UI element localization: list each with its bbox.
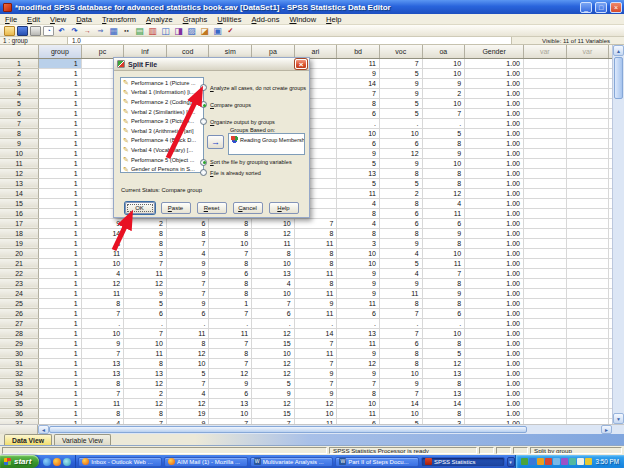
cell[interactable]: 8	[379, 298, 422, 308]
cell[interactable]	[609, 258, 612, 268]
cell[interactable]: 6	[337, 108, 380, 118]
cell[interactable]: 6	[422, 218, 465, 228]
cell[interactable]	[523, 288, 566, 298]
cell[interactable]: 1.00	[465, 328, 524, 338]
cell[interactable]: 5	[337, 158, 380, 168]
cell[interactable]	[523, 148, 566, 158]
cell[interactable]	[609, 268, 612, 278]
col-header-oa[interactable]: oa	[422, 45, 465, 58]
cell[interactable]	[566, 308, 609, 318]
cell[interactable]	[609, 308, 612, 318]
cell[interactable]: 11	[294, 288, 337, 298]
cell[interactable]: 9	[209, 378, 252, 388]
insert-variable-icon[interactable]	[147, 26, 158, 36]
cell[interactable]: 1.00	[465, 158, 524, 168]
cell[interactable]: 8	[294, 248, 337, 258]
cell[interactable]: 1.00	[465, 368, 524, 378]
cell[interactable]	[609, 58, 612, 68]
cell[interactable]: 9	[166, 258, 209, 268]
cell[interactable]: 1	[39, 148, 82, 158]
cell[interactable]: 1	[39, 318, 82, 328]
cell[interactable]	[523, 278, 566, 288]
cell[interactable]: 9	[166, 268, 209, 278]
firefox-icon[interactable]	[53, 458, 61, 466]
cell[interactable]	[609, 198, 612, 208]
cell[interactable]: 12	[124, 378, 167, 388]
col-header-Gender[interactable]: Gender	[465, 45, 524, 58]
cell[interactable]: 15	[252, 408, 295, 418]
cell[interactable]: 1.00	[465, 128, 524, 138]
cell[interactable]: 11	[294, 268, 337, 278]
cell[interactable]	[609, 88, 612, 98]
menu-data[interactable]: Data	[71, 15, 97, 24]
cell[interactable]: 1	[39, 288, 82, 298]
cell[interactable]: 1.00	[465, 178, 524, 188]
horizontal-scroll-thumb[interactable]	[49, 426, 527, 433]
groups-based-on-list[interactable]: Reading Group Membership [...	[228, 133, 305, 155]
cell[interactable]: 1	[39, 308, 82, 318]
col-header-bd[interactable]: bd	[337, 45, 380, 58]
cancel-button[interactable]: Cancel	[233, 202, 263, 214]
row-header[interactable]: 11	[0, 158, 39, 168]
grouping-variable-item[interactable]: Reading Group Membership [...	[229, 134, 304, 143]
help-button[interactable]: Help	[269, 202, 299, 214]
cell[interactable]: 12	[252, 368, 295, 378]
cell[interactable]	[523, 408, 566, 418]
cell[interactable]: 7	[166, 238, 209, 248]
cell[interactable]: 8	[124, 228, 167, 238]
cell[interactable]	[523, 228, 566, 238]
cell[interactable]: 8	[422, 408, 465, 418]
cell[interactable]: 6	[379, 218, 422, 228]
cell[interactable]: 8	[337, 98, 380, 108]
cell[interactable]: 4	[252, 278, 295, 288]
cell[interactable]: 8	[166, 338, 209, 348]
cell[interactable]: 10	[337, 128, 380, 138]
cell[interactable]	[566, 338, 609, 348]
cell[interactable]: 1	[39, 208, 82, 218]
cell[interactable]: 12	[166, 398, 209, 408]
cell[interactable]: 1	[39, 118, 82, 128]
tray-icon[interactable]	[561, 458, 568, 465]
cell[interactable]: 9	[379, 278, 422, 288]
save-icon[interactable]	[17, 26, 28, 36]
cell[interactable]: 9	[379, 78, 422, 88]
redo-icon[interactable]	[69, 26, 80, 36]
cell[interactable]	[609, 348, 612, 358]
cell[interactable]	[566, 208, 609, 218]
task-button[interactable]: AIM Mail (1) - Mozilla ...	[164, 457, 248, 467]
cell[interactable]: 1.00	[465, 238, 524, 248]
cell[interactable]	[609, 158, 612, 168]
list-item[interactable]: ✎Verbal 1 (Information) [i...	[121, 88, 203, 98]
cell[interactable]: 7	[124, 258, 167, 268]
cell[interactable]: 6	[337, 138, 380, 148]
cell[interactable]: 4	[379, 248, 422, 258]
cell[interactable]: 10	[422, 98, 465, 108]
cell[interactable]: 4	[81, 268, 124, 278]
cell[interactable]: 10	[209, 238, 252, 248]
taskbar-chevron-icon[interactable]: ▾	[507, 457, 515, 467]
vertical-scrollbar[interactable]: ▲ ▼	[612, 45, 624, 424]
row-header[interactable]: 17	[0, 218, 39, 228]
cell[interactable]: 11	[422, 258, 465, 268]
cell[interactable]: 9	[124, 288, 167, 298]
cell[interactable]: 9	[379, 88, 422, 98]
cell[interactable]	[566, 138, 609, 148]
cell[interactable]: 8	[294, 228, 337, 238]
cell[interactable]: 8	[379, 198, 422, 208]
cell[interactable]: 7	[379, 58, 422, 68]
cell[interactable]: 8	[337, 208, 380, 218]
cell[interactable]: 10	[252, 258, 295, 268]
tab-data-view[interactable]: Data View	[4, 434, 52, 445]
cell[interactable]: 7	[209, 358, 252, 368]
cell[interactable]: 8	[81, 408, 124, 418]
cell[interactable]	[523, 378, 566, 388]
cell[interactable]: 7	[124, 418, 167, 424]
cell[interactable]: 13	[81, 368, 124, 378]
cell[interactable]	[523, 398, 566, 408]
cell[interactable]: 1.00	[465, 388, 524, 398]
row-header[interactable]: 23	[0, 278, 39, 288]
cell[interactable]	[523, 188, 566, 198]
cell[interactable]	[609, 178, 612, 188]
cell[interactable]: 10	[252, 348, 295, 358]
menu-edit[interactable]: Edit	[22, 15, 45, 24]
